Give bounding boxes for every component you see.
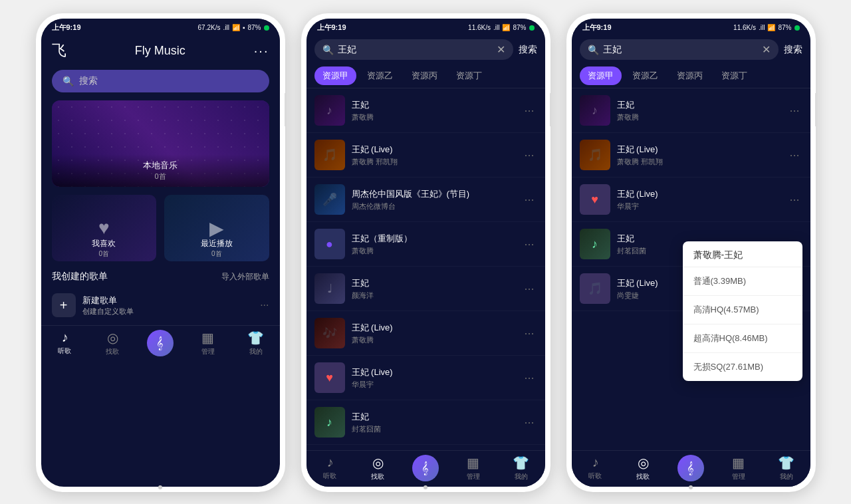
quality-popup[interactable]: 萧敬腾-王妃 普通(3.39MB) 高清HQ(4.57MB) 超高清HQ(8.4… bbox=[683, 241, 802, 381]
tab-2-1[interactable]: 资源乙 bbox=[359, 66, 401, 85]
result-title: 周杰伦中国风版《王妃》(节目) bbox=[352, 188, 515, 200]
result-item[interactable]: ♪ 王妃 封茗囧菌 ··· bbox=[306, 400, 545, 445]
search-input-3[interactable]: 🔍 王妃 ✕ bbox=[580, 39, 779, 60]
result-more-icon[interactable]: ··· bbox=[787, 193, 802, 207]
tab-3-0[interactable]: 资源甲 bbox=[580, 66, 622, 85]
results-list-2: ♪ 王妃 萧敬腾 ··· 🎵 王妃 (Live) 萧敬腾 邢凯翔 ··· 🎤 周… bbox=[306, 88, 545, 450]
phone-1: 上午9:19 67.2K/s .ill 📶 ▪ 87% 飞 Fly Music … bbox=[36, 13, 285, 492]
search-button-2[interactable]: 搜索 bbox=[519, 44, 537, 56]
result-item[interactable]: ♪ 王妃 萧敬腾 ··· bbox=[306, 88, 545, 133]
result-more-icon[interactable]: ··· bbox=[521, 371, 537, 385]
tab-3-2[interactable]: 资源丙 bbox=[669, 66, 711, 85]
manage-label-2: 管理 bbox=[467, 472, 480, 481]
nav-listen-2[interactable]: ♪ 听歌 bbox=[306, 455, 354, 481]
result-more-icon[interactable]: ··· bbox=[521, 237, 537, 251]
results-list-3: ♪ 王妃 萧敬腾 ··· 🎵 王妃 (Live) 萧敬腾 邢凯翔 ··· 萧敬腾… bbox=[572, 88, 810, 450]
tab-2-0[interactable]: 资源甲 bbox=[314, 66, 356, 85]
result-item[interactable]: ♪ 王妃 萧敬腾 ··· bbox=[572, 88, 810, 133]
nav-listen-3[interactable]: ♪ 听歌 bbox=[572, 455, 620, 481]
clear-button-3[interactable]: ✕ bbox=[762, 43, 771, 56]
result-item[interactable]: ♥ 王妃 (Live) 华晨宇 ··· bbox=[572, 178, 810, 222]
manage-label-3: 管理 bbox=[732, 472, 745, 481]
result-thumb: 🎵 bbox=[580, 140, 610, 170]
result-more-icon[interactable]: ··· bbox=[521, 416, 537, 430]
search-icon-3: 🔍 bbox=[588, 45, 599, 55]
nav-manage-2[interactable]: ▦ 管理 bbox=[449, 455, 497, 481]
result-more-icon[interactable]: ··· bbox=[521, 193, 537, 207]
result-item[interactable]: ♩ 王妃 颜海洋 ··· bbox=[306, 267, 545, 311]
nav-center-3[interactable]: 𝄞 bbox=[667, 455, 715, 481]
banner-1[interactable]: ♫ 本地音乐 0首 bbox=[52, 100, 269, 187]
new-playlist-item[interactable]: + 新建歌单 创建自定义歌单 ··· bbox=[52, 288, 269, 322]
result-item[interactable]: ● 王妃（重制版） 萧敬腾 ··· bbox=[306, 222, 545, 267]
nav-manage-3[interactable]: ▦ 管理 bbox=[715, 455, 763, 481]
tab-3-3[interactable]: 资源丁 bbox=[713, 66, 755, 85]
recent-overlay: 最近播放 0首 bbox=[164, 235, 269, 261]
quality-super-hq[interactable]: 超高清HQ(8.46MB) bbox=[683, 324, 802, 353]
status-bar-1: 上午9:19 67.2K/s .ill 📶 ▪ 87% bbox=[41, 19, 280, 35]
result-more-icon[interactable]: ··· bbox=[521, 282, 537, 296]
search-button-3[interactable]: 搜索 bbox=[784, 44, 802, 56]
quality-hq[interactable]: 高清HQ(4.57MB) bbox=[683, 296, 802, 324]
result-item[interactable]: 🎶 王妃 (Live) 萧敬腾 ··· bbox=[306, 311, 545, 356]
find-label: 找歌 bbox=[106, 347, 119, 356]
nav-find-3[interactable]: ◎ 找歌 bbox=[619, 455, 667, 481]
nav-find-2[interactable]: ◎ 找歌 bbox=[354, 455, 402, 481]
result-item[interactable]: 🎵 王妃 (Live) 尚雯婕 ··· bbox=[306, 445, 545, 450]
nav-my[interactable]: 👕 我的 bbox=[232, 330, 280, 356]
recent-playlist[interactable]: ▶ 最近播放 0首 bbox=[164, 195, 269, 261]
battery-3: 87% bbox=[778, 24, 791, 31]
tab-3-1[interactable]: 资源乙 bbox=[624, 66, 666, 85]
nav-listen[interactable]: ♪ 听歌 bbox=[41, 330, 89, 356]
my-icon: 👕 bbox=[247, 330, 264, 346]
love-playlist[interactable]: ♥ 我喜欢 0首 bbox=[52, 195, 157, 261]
nav-find[interactable]: ◎ 找歌 bbox=[88, 330, 136, 356]
listen-label-3: 听歌 bbox=[588, 471, 602, 481]
signal-icon-3: .ill bbox=[759, 24, 765, 31]
quality-normal[interactable]: 普通(3.39MB) bbox=[683, 267, 802, 296]
import-action[interactable]: 导入外部歌单 bbox=[221, 271, 269, 283]
quality-lossless[interactable]: 无损SQ(27.61MB) bbox=[683, 353, 802, 381]
search-icon-1: 🔍 bbox=[62, 76, 74, 86]
result-title: 王妃 (Live) bbox=[352, 144, 515, 156]
listen-icon: ♪ bbox=[61, 330, 68, 345]
result-item[interactable]: ♥ 王妃 (Live) 华晨宇 ··· bbox=[306, 356, 545, 400]
center-nav-icon-3: 𝄞 bbox=[677, 455, 704, 481]
nav-center-2[interactable]: 𝄞 bbox=[402, 455, 449, 481]
result-more-icon[interactable]: ··· bbox=[787, 104, 802, 118]
nav-my-3[interactable]: 👕 我的 bbox=[763, 455, 810, 481]
search-input-2[interactable]: 🔍 王妃 ✕ bbox=[314, 39, 513, 60]
section-header-1: 我创建的歌单 导入外部歌单 bbox=[41, 265, 280, 285]
result-more-icon[interactable]: ··· bbox=[521, 104, 537, 118]
result-info: 王妃 (Live) 华晨宇 bbox=[352, 366, 515, 390]
result-artist: 萧敬腾 邢凯翔 bbox=[617, 157, 781, 167]
nav-my-2[interactable]: 👕 我的 bbox=[497, 455, 545, 481]
more-button-1[interactable]: ··· bbox=[254, 43, 269, 59]
result-info: 周杰伦中国风版《王妃》(节目) 周杰伦微博台 bbox=[352, 188, 515, 211]
status-dot-2 bbox=[529, 25, 535, 31]
nav-center[interactable]: 𝄞 bbox=[136, 330, 184, 356]
result-info: 王妃 (Live) 萧敬腾 bbox=[352, 322, 515, 345]
status-icons-3: 11.6K/s .ill 📶 87% bbox=[733, 24, 799, 31]
love-overlay: 我喜欢 0首 bbox=[52, 235, 157, 261]
tab-2-2[interactable]: 资源丙 bbox=[404, 66, 445, 85]
banner-overlay-1: 本地音乐 0首 bbox=[52, 154, 269, 187]
playlist-more-icon[interactable]: ··· bbox=[260, 299, 269, 311]
status-bar-2: 上午9:19 11.6K/s .ill 📶 87% bbox=[306, 19, 545, 35]
search-header-2: 🔍 王妃 ✕ 搜索 bbox=[306, 35, 545, 64]
nav-manage[interactable]: ▦ 管理 bbox=[184, 330, 232, 356]
manage-label: 管理 bbox=[201, 347, 215, 356]
result-more-icon[interactable]: ··· bbox=[521, 148, 537, 162]
result-item[interactable]: 🎵 王妃 (Live) 萧敬腾 邢凯翔 ··· bbox=[306, 133, 545, 178]
search-placeholder-1: 搜索 bbox=[79, 75, 98, 87]
result-more-icon[interactable]: ··· bbox=[521, 326, 537, 340]
wifi-icon-3: 📶 bbox=[767, 24, 775, 31]
tab-2-3[interactable]: 资源丁 bbox=[448, 66, 490, 85]
result-thumb: ♪ bbox=[580, 229, 610, 259]
search-bar-1[interactable]: 🔍 搜索 bbox=[52, 70, 269, 92]
result-more-icon[interactable]: ··· bbox=[787, 148, 802, 162]
result-title: 王妃（重制版） bbox=[352, 233, 515, 245]
clear-button-2[interactable]: ✕ bbox=[497, 43, 505, 56]
result-item[interactable]: 🎤 周杰伦中国风版《王妃》(节目) 周杰伦微博台 ··· bbox=[306, 178, 545, 222]
result-item[interactable]: 🎵 王妃 (Live) 萧敬腾 邢凯翔 ··· bbox=[572, 133, 810, 178]
